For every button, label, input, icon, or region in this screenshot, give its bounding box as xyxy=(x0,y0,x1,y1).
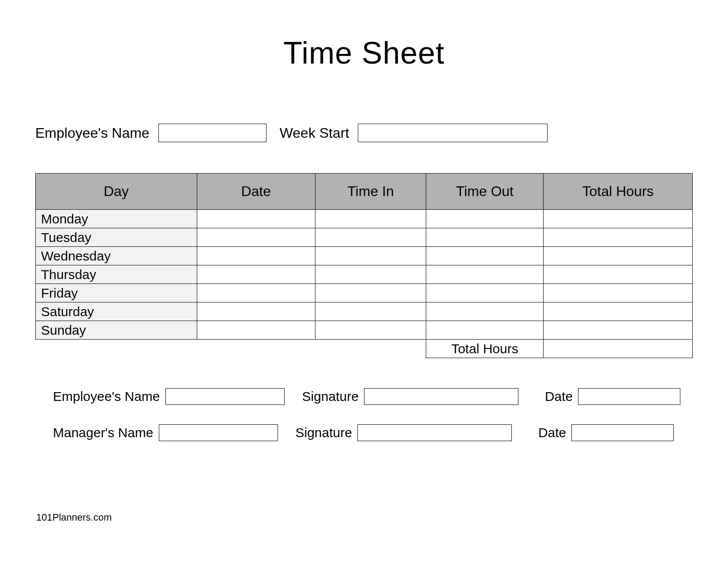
manager-date-input[interactable] xyxy=(571,424,674,441)
time-in-cell[interactable] xyxy=(315,265,426,284)
header-time-in: Time In xyxy=(315,174,426,210)
footer-total-value[interactable] xyxy=(544,340,693,358)
day-cell: Friday xyxy=(36,284,197,302)
time-in-cell[interactable] xyxy=(315,247,426,265)
table-row: Monday xyxy=(36,210,693,228)
manager-signature-label: Signature xyxy=(296,425,352,440)
date-cell[interactable] xyxy=(197,302,315,321)
footer-total-label: Total Hours xyxy=(426,340,544,358)
manager-date-label: Date xyxy=(538,425,566,440)
manager-signoff-row: Manager's Name Signature Date xyxy=(53,424,693,441)
employee-name-signoff-input[interactable] xyxy=(165,388,285,405)
time-in-cell[interactable] xyxy=(315,321,426,340)
header-day: Day xyxy=(36,174,197,210)
employee-name-signoff-label: Employee's Name xyxy=(53,389,160,404)
day-cell: Monday xyxy=(36,210,197,228)
table-row: Sunday xyxy=(36,321,693,340)
time-in-cell[interactable] xyxy=(315,210,426,228)
employee-name-label: Employee's Name xyxy=(35,125,150,141)
employee-date-label: Date xyxy=(545,389,573,404)
day-cell: Wednesday xyxy=(36,247,197,265)
table-row: Friday xyxy=(36,284,693,302)
date-cell[interactable] xyxy=(197,228,315,247)
time-out-cell[interactable] xyxy=(426,228,544,247)
total-cell[interactable] xyxy=(544,302,693,321)
time-out-cell[interactable] xyxy=(426,247,544,265)
day-cell: Thursday xyxy=(36,265,197,284)
employee-signoff-row: Employee's Name Signature Date xyxy=(53,388,693,405)
total-cell[interactable] xyxy=(544,210,693,228)
table-row: Wednesday xyxy=(36,247,693,265)
manager-name-input[interactable] xyxy=(159,424,278,441)
time-in-cell[interactable] xyxy=(315,228,426,247)
time-out-cell[interactable] xyxy=(426,302,544,321)
total-cell[interactable] xyxy=(544,228,693,247)
date-cell[interactable] xyxy=(197,321,315,340)
date-cell[interactable] xyxy=(197,265,315,284)
employee-signature-input[interactable] xyxy=(364,388,518,405)
day-cell: Saturday xyxy=(36,302,197,321)
table-row: Saturday xyxy=(36,302,693,321)
page-title: Time Sheet xyxy=(35,35,693,71)
day-cell: Sunday xyxy=(36,321,197,340)
header-time-out: Time Out xyxy=(426,174,544,210)
time-out-cell[interactable] xyxy=(426,210,544,228)
manager-signature-input[interactable] xyxy=(357,424,512,441)
header-date: Date xyxy=(197,174,315,210)
employee-date-input[interactable] xyxy=(578,388,680,405)
manager-name-label: Manager's Name xyxy=(53,425,154,440)
employee-name-input[interactable] xyxy=(158,124,266,142)
table-row: Tuesday xyxy=(36,228,693,247)
day-cell: Tuesday xyxy=(36,228,197,247)
total-cell[interactable] xyxy=(544,247,693,265)
time-out-cell[interactable] xyxy=(426,321,544,340)
signoff-section: Employee's Name Signature Date Manager's… xyxy=(35,388,693,441)
week-start-input[interactable] xyxy=(358,124,548,142)
date-cell[interactable] xyxy=(197,284,315,302)
table-footer-row: Total Hours xyxy=(36,340,693,358)
time-out-cell[interactable] xyxy=(426,265,544,284)
week-start-label: Week Start xyxy=(280,125,349,141)
time-in-cell[interactable] xyxy=(315,302,426,321)
time-in-cell[interactable] xyxy=(315,284,426,302)
header-fields: Employee's Name Week Start xyxy=(35,124,693,142)
total-cell[interactable] xyxy=(544,321,693,340)
table-row: Thursday xyxy=(36,265,693,284)
attribution: 101Planners.com xyxy=(36,512,112,523)
header-total-hours: Total Hours xyxy=(544,174,693,210)
total-cell[interactable] xyxy=(544,284,693,302)
date-cell[interactable] xyxy=(197,210,315,228)
date-cell[interactable] xyxy=(197,247,315,265)
total-cell[interactable] xyxy=(544,265,693,284)
employee-signature-label: Signature xyxy=(302,389,359,404)
time-out-cell[interactable] xyxy=(426,284,544,302)
timesheet-table: Day Date Time In Time Out Total Hours Mo… xyxy=(35,173,693,358)
